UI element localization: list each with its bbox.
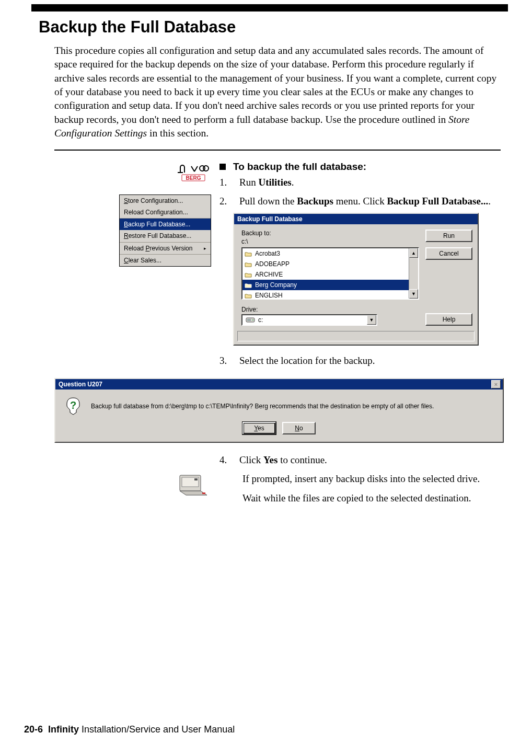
dialog-statusbar <box>237 331 475 341</box>
berg-logo: BERG <box>175 164 211 182</box>
menu-item-reload-previous-version[interactable]: Reload Previous Version ▸ <box>120 243 211 254</box>
close-icon: × <box>494 381 498 387</box>
scroll-down-button[interactable]: ▼ <box>409 289 418 299</box>
menu-item-clear-sales[interactable]: Clear Sales... <box>120 255 211 266</box>
dialog-titlebar: Backup Full Database <box>234 214 478 224</box>
step4-bold: Yes <box>263 454 277 465</box>
folder-row-selected[interactable]: Berg Company <box>242 280 409 290</box>
footer-rest: Installation/Service and User Manual <box>79 724 235 735</box>
folder-name: ADOBEAPP <box>255 259 290 269</box>
svg-text:BERG: BERG <box>186 175 201 181</box>
folder-icon <box>245 293 252 299</box>
question-text: Backup full database from d:\berg\tmp to… <box>91 403 434 410</box>
yes-button[interactable]: Yes <box>242 422 276 434</box>
step-3: 3. Select the location for the backup. <box>219 354 504 368</box>
backups-menu[interactable]: Store Configuration... Reload Configurat… <box>119 194 211 267</box>
step-2: 2. Pull down the Backups menu. Click Bac… <box>219 194 504 208</box>
no-u: N <box>295 425 299 432</box>
cancel-button[interactable]: Cancel <box>425 247 472 260</box>
menu-item-reload-configuration[interactable]: Reload Configuration... <box>120 207 211 218</box>
menu-pre: Reload <box>124 245 145 252</box>
folder-open-icon <box>245 282 252 288</box>
procedure-heading-text: To backup the full database: <box>233 161 366 173</box>
header-rule <box>31 4 508 12</box>
menu-rest: Reload Configuration... <box>124 208 188 216</box>
floppy-disk-icon <box>177 471 211 497</box>
step-1: 1. Run Utilities. <box>219 176 504 189</box>
step-num: 2. <box>219 194 230 208</box>
step2-bold2: Backup Full Database... <box>387 196 488 207</box>
folder-icon <box>245 272 252 278</box>
folder-name: Berg Company <box>255 280 297 290</box>
folder-icon <box>245 261 252 267</box>
yes-u: Y <box>254 425 258 432</box>
folder-icon <box>245 251 252 257</box>
step3-text: Select the location for the backup. <box>239 354 504 368</box>
folder-listbox[interactable]: Acrobat3 ADOBEAPP ARCHIVE <box>241 247 419 300</box>
product-name: Infinity <box>48 724 79 735</box>
menu-rest: estore Full Database... <box>129 232 192 239</box>
page-footer: 20-6 Infinity Installation/Service and U… <box>24 724 235 735</box>
drive-label: Drive: <box>241 306 419 313</box>
menu-item-store-configuration[interactable]: Store Configuration... <box>120 195 211 207</box>
question-icon: ? <box>64 397 83 416</box>
folder-row[interactable]: ENGLISH <box>242 290 409 299</box>
question-dialog: Question U207 × ? Backup full database f… <box>54 378 504 443</box>
scroll-up-button[interactable]: ▲ <box>409 248 418 258</box>
svg-rect-11 <box>194 478 198 480</box>
page-title: Backup the Full Database <box>39 18 501 37</box>
menu-u: R <box>124 232 129 239</box>
drive-icon <box>246 317 255 323</box>
folder-row[interactable]: Acrobat3 <box>242 248 409 259</box>
folder-name: Acrobat3 <box>255 249 280 258</box>
backup-to-path: c:\ <box>241 238 419 245</box>
menu-u: B <box>124 221 128 228</box>
svg-point-7 <box>252 319 253 320</box>
folder-name: ENGLISH <box>255 291 283 299</box>
drive-combo[interactable]: c: ▼ <box>241 314 377 326</box>
menu-rest: revious Version <box>149 245 192 252</box>
run-button[interactable]: Run <box>425 230 472 242</box>
step-4: 4. Click Yes to continue. <box>219 453 504 467</box>
backup-full-database-dialog: Backup Full Database Backup to: c:\ Acro… <box>233 213 479 346</box>
svg-text:?: ? <box>70 399 76 411</box>
page-number: 20-6 <box>24 724 43 735</box>
menu-item-restore-full-database[interactable]: Restore Full Database... <box>120 230 211 242</box>
svg-rect-6 <box>247 319 251 321</box>
section-rule <box>54 150 501 151</box>
step-num: 3. <box>219 354 230 368</box>
close-button[interactable]: × <box>491 380 501 388</box>
step4-after: to continue. <box>277 454 327 465</box>
step4-before: Click <box>239 454 263 465</box>
svg-rect-12 <box>202 492 205 494</box>
menu-rest: lear Sales... <box>129 257 161 264</box>
folder-row[interactable]: ADOBEAPP <box>242 259 409 269</box>
menu-rest: tore Configuration... <box>128 197 183 204</box>
submenu-arrow-icon: ▸ <box>204 245 206 251</box>
intro-paragraph: This procedure copies all configuration … <box>54 44 501 140</box>
backup-to-label: Backup to: <box>241 230 419 237</box>
folder-row[interactable]: ARCHIVE <box>242 269 409 280</box>
step1-after: . <box>292 177 294 188</box>
intro-text-2: in this section. <box>147 128 209 139</box>
svg-point-2 <box>203 166 209 171</box>
folder-name: ARCHIVE <box>255 270 283 279</box>
intro-text-1: This procedure copies all configuration … <box>54 45 496 125</box>
step4-p3: Wait while the files are copied to the s… <box>242 491 504 505</box>
step-num: 1. <box>219 176 230 189</box>
no-button[interactable]: No <box>282 422 316 434</box>
step2-after: . <box>488 196 491 207</box>
step1-bold: Utilities <box>258 177 291 188</box>
step1-before: Run <box>239 177 258 188</box>
step2-bold1: Backups <box>297 196 333 207</box>
square-bullet-icon <box>219 164 226 170</box>
menu-u: C <box>124 257 129 264</box>
listbox-scrollbar[interactable]: ▲ ▼ <box>409 248 418 299</box>
combo-arrow-button[interactable]: ▼ <box>367 315 376 325</box>
step-num: 4. <box>219 453 230 467</box>
step2-before: Pull down the <box>239 196 297 207</box>
help-button[interactable]: Help <box>425 313 472 326</box>
drive-value: c: <box>258 316 263 324</box>
menu-item-backup-full-database[interactable]: Backup Full Database... <box>120 219 211 230</box>
menu-u: S <box>124 197 128 204</box>
